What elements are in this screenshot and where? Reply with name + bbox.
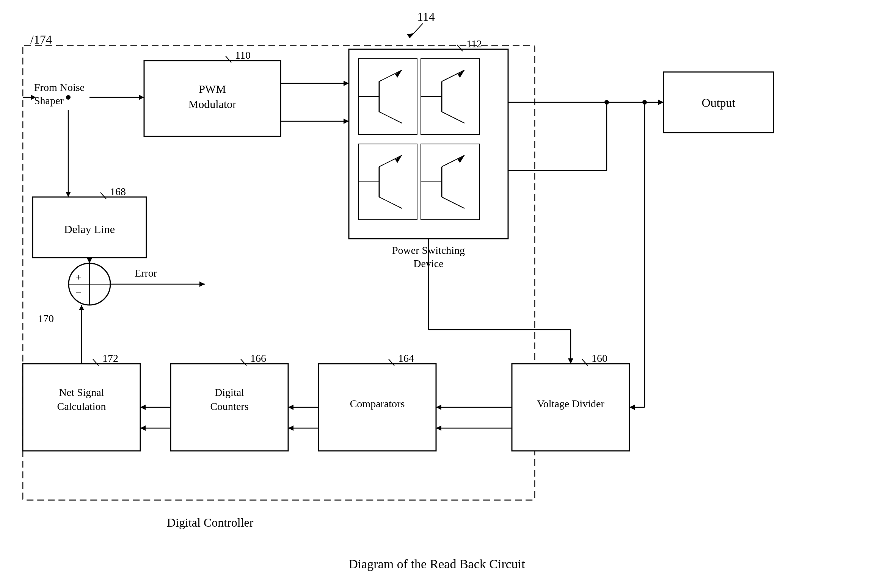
svg-point-86 [604, 100, 609, 105]
svg-text:110: 110 [235, 49, 251, 61]
svg-text:/174: /174 [30, 33, 52, 46]
circuit-diagram: /174 114 PWM Modulator 110 Delay Line 16… [0, 0, 874, 588]
svg-text:112: 112 [466, 38, 482, 50]
svg-text:Modulator: Modulator [188, 98, 237, 110]
svg-text:Digital: Digital [215, 386, 244, 398]
svg-text:172: 172 [102, 352, 118, 364]
svg-text:166: 166 [250, 352, 266, 364]
svg-text:Digital Controller: Digital Controller [167, 516, 254, 529]
svg-text:Diagram of the Read Back Circu: Diagram of the Read Back Circuit [348, 557, 525, 571]
svg-text:Voltage Divider: Voltage Divider [537, 398, 604, 410]
svg-text:114: 114 [417, 10, 435, 23]
svg-text:Net Signal: Net Signal [59, 386, 104, 398]
svg-text:160: 160 [592, 352, 607, 364]
svg-text:Calculation: Calculation [57, 400, 106, 412]
svg-text:Delay Line: Delay Line [64, 223, 115, 235]
diagram-container: /174 114 PWM Modulator 110 Delay Line 16… [0, 0, 874, 588]
svg-text:Comparators: Comparators [350, 398, 405, 410]
svg-point-88 [642, 100, 647, 105]
svg-text:164: 164 [398, 352, 414, 364]
svg-text:PWM: PWM [199, 83, 226, 95]
svg-text:168: 168 [110, 186, 126, 197]
svg-text:Output: Output [702, 96, 736, 109]
svg-text:Shaper: Shaper [34, 95, 64, 106]
svg-text:170: 170 [38, 313, 54, 324]
svg-text:+: + [76, 272, 82, 283]
svg-text:Error: Error [135, 267, 157, 279]
svg-text:Counters: Counters [210, 400, 248, 412]
svg-text:−: − [76, 287, 82, 298]
svg-point-76 [66, 95, 71, 100]
svg-text:From Noise: From Noise [34, 81, 85, 93]
